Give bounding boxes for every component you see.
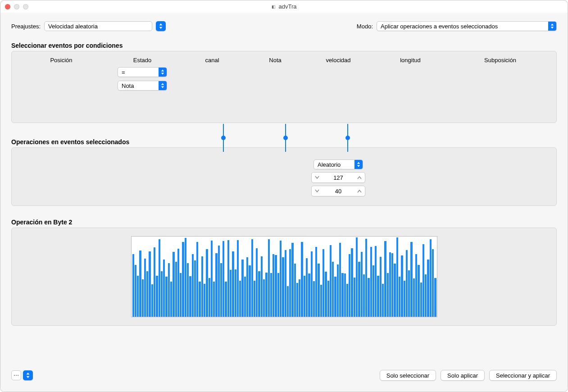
mode-select-value: Aplicar operaciones a eventos selecciona… [381,23,546,30]
chart-bar [346,284,348,317]
chart-bar [187,263,189,317]
chart-bar [358,262,360,317]
header-length: longitud [372,57,449,64]
chart-bar [425,274,427,317]
chart-bar [308,273,310,317]
velocity-mode-select[interactable]: Aleatorio [314,160,363,169]
column-divider-3[interactable] [347,124,348,152]
document-icon: ◧ [272,5,276,9]
status-operator-value: = [122,69,157,76]
status-operator-select[interactable]: = [118,67,167,77]
velocity-max-value: 127 [323,174,354,181]
chart-bar [270,273,272,317]
preset-name-field[interactable]: Velocidad aleatoria [44,21,152,31]
chart-bar [315,247,317,317]
chart-bar [320,285,322,317]
apply-only-button[interactable]: Solo aplicar [441,370,485,381]
chart-bar [137,276,139,317]
stepper-down-button[interactable] [312,173,323,182]
chart-bar [211,241,213,317]
divider-knob[interactable] [345,136,350,140]
chart-bar [434,278,436,317]
chart-bar [209,278,210,317]
chart-bar [306,258,308,317]
chart-bar [268,239,270,317]
ellipsis-icon: ⋯ [14,372,19,378]
select-only-button[interactable]: Solo seleccionar [380,370,436,381]
chart-bar [389,252,391,317]
chart-bar [299,279,300,317]
chart-bar [430,239,432,317]
chart-bar [218,246,220,317]
chart-bar [311,251,313,317]
chevron-down-icon [315,189,319,193]
more-options-button[interactable]: ⋯ [11,370,21,380]
divider-knob[interactable] [283,136,288,140]
chart-bar [280,241,282,317]
chart-bar [154,247,155,317]
chart-bar [256,248,258,317]
header-position: Posición [16,57,106,64]
stepper-down-button[interactable] [312,186,323,196]
header-note: Nota [246,57,304,64]
chart-bar [189,276,191,317]
chart-bar [334,277,336,317]
select-and-apply-button[interactable]: Seleccionar y aplicar [489,370,557,381]
chart-bar [423,244,424,317]
chart-bar [241,260,243,317]
mode-select[interactable]: Aplicar operaciones a eventos selecciona… [377,21,557,31]
chart-bar [351,248,353,317]
velocity-mode-text: Aleatorio [318,161,353,168]
conditions-section-label: Seleccionar eventos por condiciones [11,42,557,49]
minimize-window-button[interactable] [14,4,19,9]
chart-bar [296,283,298,317]
chart-bar [330,245,332,317]
chart-bar [161,271,163,317]
velocity-min-stepper[interactable]: 40 [311,186,365,196]
chart-bar [391,253,393,317]
header-status: Estado [106,57,178,64]
conditions-row-1: = [16,67,552,77]
status-value-select[interactable]: Nota [118,81,167,91]
chart-bar [285,250,286,317]
chart-bar [399,277,400,317]
chart-bar [432,249,434,317]
content-area: Preajustes: Velocidad aleatoria Modo: Ap… [0,13,568,392]
chart-bar [170,282,172,317]
more-options-popup[interactable] [23,370,33,380]
chart-bar [375,246,377,317]
status-value-arrow [159,81,167,90]
chart-bar [180,273,182,317]
chart-bar [204,284,205,317]
velocity-max-stepper[interactable]: 127 [311,172,365,183]
preset-popup-button[interactable] [156,21,166,31]
chart-bar [142,279,144,317]
chart-bar [201,256,203,317]
chart-bar [194,260,196,317]
chart-bar [146,271,148,317]
header-channel: canal [178,57,246,64]
chart-bar [406,250,408,317]
chart-bar [273,254,274,317]
operations-panel: Aleatorio 127 [11,147,557,206]
chart-bar [363,274,365,317]
conditions-panel: Posición Estado canal Nota velocidad lon… [11,51,557,123]
chart-bar [275,255,277,317]
chart-bar [261,256,263,317]
chart-bar [177,249,179,317]
column-divider-2[interactable] [285,124,286,152]
chart-bar [380,257,382,317]
mode-group: Modo: Aplicar operaciones a eventos sele… [357,21,557,31]
close-window-button[interactable] [5,4,10,9]
chart-bar [394,264,395,317]
chart-bar [427,260,429,317]
chart-bar [220,263,222,317]
stepper-up-button[interactable] [354,186,365,196]
chart-bar [323,249,324,317]
stepper-up-button[interactable] [354,173,365,182]
chart-bar [387,273,389,317]
column-divider-1[interactable] [223,124,224,152]
chart-bar [199,282,200,317]
zoom-window-button[interactable] [23,4,28,9]
divider-knob[interactable] [221,136,226,140]
